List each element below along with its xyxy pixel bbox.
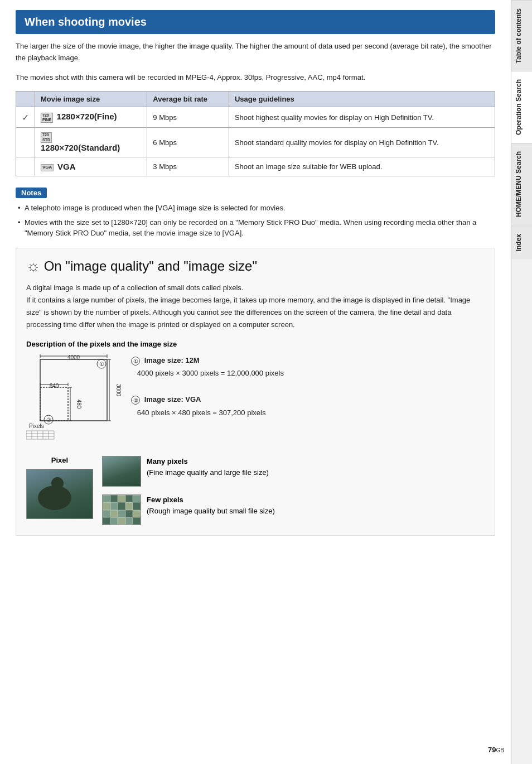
rough-cell [133, 510, 141, 517]
right-sidebar: Table of contents Operation Search HOME/… [511, 0, 532, 764]
icon-720-std: 720 STD [41, 132, 52, 143]
guideline-cell-vga: Shoot an image size suitable for WEB upl… [229, 157, 495, 176]
bird-head [51, 477, 64, 489]
sidebar-tab-operation[interactable]: Operation Search [511, 71, 532, 143]
bird-photo [26, 469, 93, 519]
sidebar-tab-index[interactable]: Index [511, 225, 532, 259]
page-number: 79GB [488, 746, 504, 754]
few-pixels-title: Few pixels [147, 494, 275, 506]
checkmark-icon: ✓ [22, 113, 29, 122]
sun-icon: ☼ [26, 257, 41, 275]
many-pixels-text: Many pixels (Fine image quality and larg… [147, 456, 269, 478]
rough-cell [103, 502, 110, 510]
fine-thumb [102, 456, 141, 487]
col-header-bitrate: Average bit rate [147, 92, 229, 107]
iq-para-2: If it contains a large number of pixels,… [26, 296, 470, 329]
many-pixels-desc: (Fine image quality and large file size) [147, 467, 269, 478]
pixel-right-column: Many pixels (Fine image quality and larg… [102, 456, 485, 525]
guideline-cell-fine: Shoot highest quality movies for display… [229, 107, 495, 128]
pixel-label: Pixel [51, 456, 68, 464]
selected-cell-vga [16, 157, 35, 176]
icon-vga: VGA [41, 164, 54, 171]
svg-text:480: 480 [76, 400, 82, 409]
desc-item-2-detail: 640 pixels × 480 pixels = 307,200 pixels [137, 409, 266, 417]
desc-item-1-detail: 4000 pixels × 3000 pixels = 12,000,000 p… [137, 369, 284, 377]
svg-rect-0 [40, 359, 107, 421]
note-item: A telephoto image is produced when the [… [16, 203, 495, 214]
guideline-cell-std: Shoot standard quality movies for displa… [229, 128, 495, 157]
rough-cell [133, 517, 141, 525]
table-row: VGA VGA 3 Mbps Shoot an image size suita… [16, 157, 495, 176]
selected-cell-std [16, 128, 35, 157]
col-header-empty [16, 92, 35, 107]
rough-cell [125, 510, 133, 517]
circle-2-icon: ② [131, 396, 140, 405]
desc-title: Description of the pixels and the image … [26, 340, 485, 348]
shooting-section: When shooting movies The larger the size… [16, 10, 495, 239]
svg-text:3000: 3000 [115, 384, 121, 397]
size-label-std: 1280×720(Standard) [41, 143, 120, 152]
rough-cell [110, 495, 118, 502]
size-label-vga: VGA [57, 162, 76, 171]
iq-title: On "image quality" and "image size" [44, 258, 257, 274]
svg-text:②: ② [46, 417, 51, 423]
sidebar-tab-home-menu[interactable]: HOME/MENU Search [511, 143, 532, 225]
desc-item-1-title: Image size: 12M [144, 356, 200, 364]
rough-cell [103, 510, 110, 517]
col-header-guideline: Usage guidelines [229, 92, 495, 107]
few-pixels-desc: (Rough image quality but small file size… [147, 506, 275, 517]
rough-cell [110, 517, 118, 525]
svg-text:640: 640 [50, 383, 59, 389]
rough-cell [125, 517, 133, 525]
desc-item-1: ① Image size: 12M 4000 pixels × 3000 pix… [131, 354, 485, 380]
pixel-left-column: Pixel [26, 456, 93, 519]
svg-text:4000: 4000 [67, 354, 80, 361]
rough-cell [118, 517, 125, 525]
notes-title: Notes [16, 188, 47, 198]
few-pixels-text: Few pixels (Rough image quality but smal… [147, 494, 275, 516]
rough-cell [118, 510, 125, 517]
icon-720-fine: 720 FINE [41, 113, 53, 123]
pixel-compare: Pixel Many pixels (Fine image qua [26, 456, 485, 525]
rough-cell [110, 510, 118, 517]
desc-layout: 4000 640 3000 [26, 354, 485, 445]
intro-para-2: The movies shot with this camera will be… [16, 72, 495, 84]
diagram-svg: 4000 640 3000 [26, 354, 121, 443]
notes-list: A telephoto image is produced when the [… [16, 203, 495, 239]
desc-item-2-title: Image size: VGA [144, 395, 201, 403]
many-pixels-title: Many pixels [147, 456, 269, 467]
pixel-diagram: 4000 640 3000 [26, 354, 121, 445]
rough-cell [118, 502, 125, 510]
rough-cell [110, 502, 118, 510]
iq-para-1: A digital image is made up of a collecti… [26, 284, 243, 292]
notes-box: Notes A telephoto image is produced when… [16, 188, 495, 239]
intro-para-1: The larger the size of the movie image, … [16, 41, 495, 64]
rough-cell [118, 495, 125, 502]
rough-cell [133, 495, 141, 502]
col-header-size: Movie image size [35, 92, 147, 107]
table-row: ✓ 720 FINE 1280×720(Fine) 9 Mbps S [16, 107, 495, 128]
rough-cell [103, 517, 110, 525]
svg-rect-1 [40, 387, 68, 421]
page-num-value: 79 [488, 746, 496, 754]
desc-item-2: ② Image size: VGA 640 pixels × 480 pixel… [131, 393, 485, 419]
iq-body: A digital image is made up of a collecti… [26, 282, 485, 331]
section-title: When shooting movies [16, 10, 495, 34]
iq-header: ☼ On "image quality" and "image size" [26, 257, 485, 275]
rough-cell [133, 502, 141, 510]
size-cell-std: 720 STD 1280×720(Standard) [35, 128, 147, 157]
quality-item-few: Few pixels (Rough image quality but smal… [102, 494, 485, 525]
size-cell-vga: VGA VGA [35, 157, 147, 176]
desc-items: ① Image size: 12M 4000 pixels × 3000 pix… [131, 354, 485, 419]
selected-cell: ✓ [16, 107, 35, 128]
note-item: Movies with the size set to [1280×720] c… [16, 217, 495, 239]
bitrate-cell-fine: 9 Mbps [147, 107, 229, 128]
rough-cell [125, 495, 133, 502]
sidebar-tab-toc[interactable]: Table of contents [511, 0, 532, 71]
quality-item-many: Many pixels (Fine image quality and larg… [102, 456, 485, 487]
table-row: 720 STD 1280×720(Standard) 6 Mbps Shoot … [16, 128, 495, 157]
image-quality-section: ☼ On "image quality" and "image size" A … [16, 248, 495, 536]
rough-thumb [102, 494, 141, 525]
svg-text:Pixels: Pixels [29, 423, 44, 429]
circle-1-icon: ① [131, 357, 140, 366]
